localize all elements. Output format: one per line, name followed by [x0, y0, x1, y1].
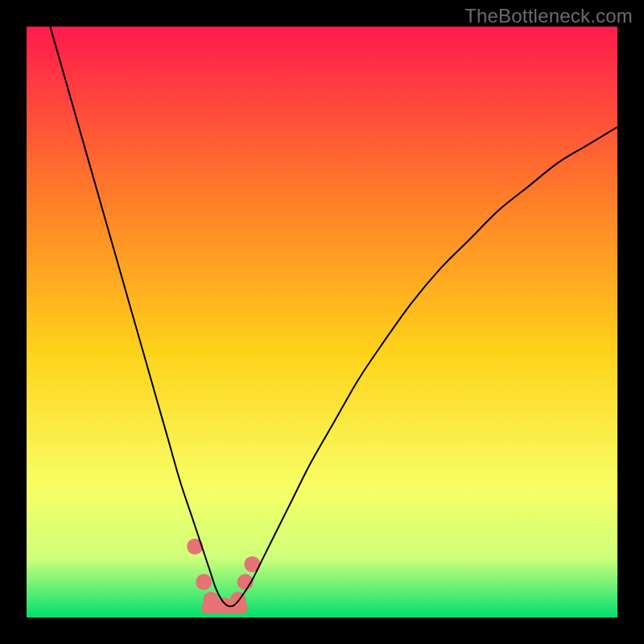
marker-dot — [196, 574, 212, 590]
watermark-text: TheBottleneck.com — [464, 5, 633, 27]
chart-svg — [27, 27, 617, 617]
plot-area — [27, 27, 617, 617]
gradient-background — [27, 27, 617, 617]
chart-frame: TheBottleneck.com — [0, 0, 644, 644]
